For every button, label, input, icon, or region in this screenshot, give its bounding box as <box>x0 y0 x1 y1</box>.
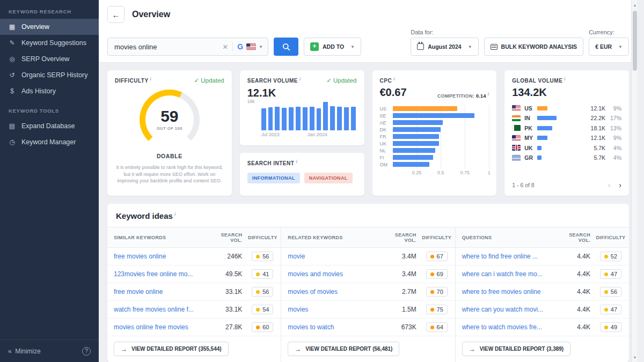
sidebar-section-keyword-tools: KEYWORD TOOLS <box>0 99 99 118</box>
view-detailed-report-button[interactable]: →VIEW DETAILED REPORT (56,481) <box>288 342 399 356</box>
sidebar-item-organic-serp-history[interactable]: ↺ Organic SERP History <box>0 67 99 83</box>
keyword-link[interactable]: movies <box>281 306 387 313</box>
view-detailed-report-button[interactable]: →VIEW DETAILED REPORT (3,389) <box>462 342 571 356</box>
clear-icon[interactable]: ✕ <box>222 43 228 51</box>
arrow-right-icon: → <box>469 345 475 353</box>
difficulty-badge: 54 <box>252 305 273 314</box>
keyword-link[interactable]: where to free movies online <box>456 288 561 295</box>
arrow-right-icon: → <box>295 345 301 353</box>
table-row: movies to watch673K64 <box>281 319 455 336</box>
keyword-link[interactable]: movies online free movies <box>107 323 213 331</box>
info-icon[interactable]: i <box>296 159 297 164</box>
keyword-link[interactable]: free movies online <box>107 253 213 260</box>
table-row: 123movies free online mo...49.5K41 <box>107 265 281 283</box>
cpc-bar-row <box>393 154 489 161</box>
difficulty-cell: 47 <box>592 269 629 279</box>
add-to-button[interactable]: + ADD TO ▼ <box>304 38 361 56</box>
country-volume-percent: 9% <box>605 135 621 141</box>
date-range-dropdown[interactable]: August 2024 ▼ <box>411 38 478 56</box>
main-area: ← Overview ✕ G ▼ + ADD TO ▼ <box>99 0 638 362</box>
table-row: where to watch movies fre...4.4K49 <box>456 319 629 336</box>
us-flag-icon <box>512 105 521 111</box>
difficulty-dot-icon <box>430 326 434 329</box>
sidebar-item-overview[interactable]: ▦ Overview <box>0 19 99 35</box>
country-code: MY <box>524 135 537 141</box>
axis-tick-label: 0.5 <box>437 170 444 175</box>
keyword-link[interactable]: movie <box>281 253 387 260</box>
sidebar-item-ads-history[interactable]: $ Ads History <box>0 83 99 99</box>
search-input[interactable] <box>114 43 220 51</box>
view-detailed-report-button[interactable]: →VIEW DETAILED REPORT (355,544) <box>114 342 229 356</box>
currency-dropdown[interactable]: € EUR ▼ <box>589 38 629 56</box>
sidebar-item-expand-database[interactable]: ▤ Expand Database <box>0 118 99 134</box>
difficulty-badge: 69 <box>426 269 448 279</box>
keyword-link[interactable]: movies to watch <box>281 323 387 331</box>
volume-bar <box>337 107 342 130</box>
scroll-down-icon[interactable]: ▼ <box>632 353 638 361</box>
difficulty-cell: 41 <box>244 269 281 279</box>
difficulty-cell: 70 <box>419 287 455 297</box>
difficulty-badge: 47 <box>600 305 621 314</box>
info-icon[interactable]: i <box>150 77 152 82</box>
keyword-link[interactable]: where can you watch movi... <box>456 306 561 313</box>
cpc-bar <box>393 148 435 153</box>
info-icon[interactable]: i <box>174 212 175 217</box>
keyword-link[interactable]: 123movies free online mo... <box>107 270 213 278</box>
chevron-down-icon[interactable]: ▼ <box>259 45 263 49</box>
back-button[interactable]: ← <box>107 6 125 23</box>
scrollbar-thumb[interactable] <box>633 11 637 71</box>
top-bar: ← Overview ✕ G ▼ + ADD TO ▼ <box>99 0 638 63</box>
difficulty-cell: 49 <box>592 322 629 332</box>
keyword-link[interactable]: where to watch movies fre... <box>456 323 561 331</box>
keyword-ideas-card: Keyword ideasi SIMILAR KEYWORDSSEARCH VO… <box>107 204 629 362</box>
sidebar-item-keyword-manager[interactable]: ◷ Keyword Manager <box>0 134 99 150</box>
cpc-bar <box>393 162 429 167</box>
sidebar-item-label: Organic SERP History <box>21 71 87 79</box>
keyword-link[interactable]: where to find free online ... <box>456 253 561 260</box>
axis-tick-label: 0.75 <box>460 170 470 175</box>
pagination-status: 1 - 6 of 8 <box>512 182 534 188</box>
difficulty-value: 56 <box>262 253 269 260</box>
gr-flag-icon <box>512 155 521 161</box>
info-icon[interactable]: i <box>564 77 566 82</box>
search-button[interactable] <box>274 38 298 56</box>
cpc-country-label: AE <box>380 119 393 126</box>
page-title: Overview <box>132 10 170 19</box>
sidebar-item-serp-overview[interactable]: ◎ SERP Overview <box>0 51 99 67</box>
us-flag-icon[interactable] <box>246 43 256 50</box>
difficulty-dot-icon <box>430 308 434 312</box>
cpc-value: €0.67 <box>380 86 407 99</box>
cpc-bar-row <box>393 140 489 147</box>
keyword-group: QUESTIONSSEARCH VOL.DIFFICULTYwhere to f… <box>455 227 629 362</box>
search-volume-cell: 49.5K <box>213 270 244 278</box>
scrollbar[interactable]: ▲ ▼ <box>631 0 638 362</box>
cpc-country-label: FI <box>380 154 393 161</box>
sidebar-item-keyword-suggestions[interactable]: ✎ Keyword Suggestions <box>0 35 99 51</box>
bulk-keyword-analysis-button[interactable]: BULK KEYWORD ANALYSIS <box>484 38 584 56</box>
country-code: IN <box>524 115 537 121</box>
info-icon[interactable]: i <box>488 92 489 97</box>
pagination-next-icon[interactable]: › <box>619 181 621 189</box>
minimize-control[interactable]: « Minimize <box>8 348 41 355</box>
scroll-up-icon[interactable]: ▲ <box>632 1 638 9</box>
difficulty-dot-icon <box>604 326 608 329</box>
info-icon[interactable]: i <box>393 77 395 82</box>
column-header-keywords: SIMILAR KEYWORDS <box>107 235 213 240</box>
cpc-country-labels: USSEAEDKFRUKNLFIOM <box>380 105 393 178</box>
country-volume-value: 18.1K <box>591 125 605 131</box>
difficulty-score: 59 <box>160 108 178 124</box>
keyword-link[interactable]: movies of movies <box>281 288 387 295</box>
help-icon[interactable]: ? <box>82 347 91 356</box>
keyword-link[interactable]: movies and movies <box>281 270 387 278</box>
keyword-link[interactable]: free movie online <box>107 288 213 295</box>
difficulty-dot-icon <box>604 308 608 312</box>
search-volume-value: 12.1K <box>247 87 357 99</box>
keyword-link[interactable]: where can i watch free mo... <box>456 270 561 278</box>
info-icon[interactable]: i <box>299 77 301 82</box>
difficulty-badge: 67 <box>426 252 448 261</box>
keyword-link[interactable]: watch free movies online f... <box>107 306 213 313</box>
pagination-prev-icon[interactable]: ‹ <box>608 181 611 189</box>
difficulty-badge: 56 <box>600 287 621 297</box>
cpc-country-label: DK <box>380 126 393 133</box>
search-volume-cell: 4.4K <box>561 306 592 313</box>
